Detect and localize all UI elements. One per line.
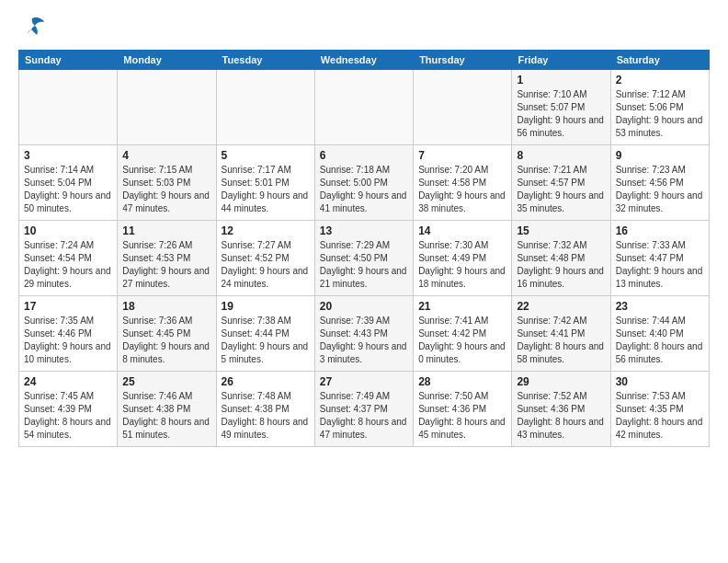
calendar-cell — [314, 70, 413, 145]
calendar-cell: 27Sunrise: 7:49 AM Sunset: 4:37 PM Dayli… — [314, 372, 413, 447]
calendar-cell: 2Sunrise: 7:12 AM Sunset: 5:06 PM Daylig… — [610, 70, 709, 145]
week-row-4: 17Sunrise: 7:35 AM Sunset: 4:46 PM Dayli… — [19, 296, 710, 372]
day-number: 24 — [24, 375, 112, 388]
day-number: 1 — [517, 74, 605, 86]
calendar-cell: 7Sunrise: 7:20 AM Sunset: 4:58 PM Daylig… — [414, 145, 512, 221]
calendar-cell: 8Sunrise: 7:21 AM Sunset: 4:57 PM Daylig… — [512, 145, 610, 221]
calendar-header-row: SundayMondayTuesdayWednesdayThursdayFrid… — [19, 51, 710, 70]
calendar-cell: 23Sunrise: 7:44 AM Sunset: 4:40 PM Dayli… — [610, 296, 709, 372]
calendar: SundayMondayTuesdayWednesdayThursdayFrid… — [18, 50, 710, 447]
day-info: Sunrise: 7:41 AM Sunset: 4:42 PM Dayligh… — [418, 315, 506, 366]
calendar-cell: 16Sunrise: 7:33 AM Sunset: 4:47 PM Dayli… — [610, 221, 709, 296]
day-info: Sunrise: 7:14 AM Sunset: 5:04 PM Dayligh… — [24, 164, 112, 215]
day-info: Sunrise: 7:44 AM Sunset: 4:40 PM Dayligh… — [616, 315, 704, 366]
calendar-cell: 25Sunrise: 7:46 AM Sunset: 4:38 PM Dayli… — [118, 372, 216, 447]
day-info: Sunrise: 7:53 AM Sunset: 4:35 PM Dayligh… — [616, 390, 704, 442]
day-number: 8 — [517, 149, 605, 162]
calendar-cell: 14Sunrise: 7:30 AM Sunset: 4:49 PM Dayli… — [414, 221, 512, 296]
day-number: 7 — [418, 149, 506, 162]
day-info: Sunrise: 7:21 AM Sunset: 4:57 PM Dayligh… — [517, 164, 605, 215]
calendar-cell — [216, 70, 314, 145]
calendar-cell: 22Sunrise: 7:42 AM Sunset: 4:41 PM Dayli… — [512, 296, 610, 372]
day-number: 19 — [222, 300, 310, 313]
week-row-5: 24Sunrise: 7:45 AM Sunset: 4:39 PM Dayli… — [19, 372, 710, 447]
day-info: Sunrise: 7:29 AM Sunset: 4:50 PM Dayligh… — [320, 239, 408, 291]
calendar-cell: 20Sunrise: 7:39 AM Sunset: 4:43 PM Dayli… — [314, 296, 413, 372]
day-info: Sunrise: 7:42 AM Sunset: 4:41 PM Dayligh… — [517, 315, 605, 366]
calendar-cell: 12Sunrise: 7:27 AM Sunset: 4:52 PM Dayli… — [216, 221, 314, 296]
calendar-header-thursday: Thursday — [414, 51, 512, 70]
calendar-cell: 13Sunrise: 7:29 AM Sunset: 4:50 PM Dayli… — [314, 221, 413, 296]
day-info: Sunrise: 7:33 AM Sunset: 4:47 PM Dayligh… — [616, 239, 704, 291]
calendar-header-sunday: Sunday — [19, 51, 118, 70]
calendar-cell: 1Sunrise: 7:10 AM Sunset: 5:07 PM Daylig… — [512, 70, 610, 145]
calendar-cell: 10Sunrise: 7:24 AM Sunset: 4:54 PM Dayli… — [19, 221, 118, 296]
day-number: 21 — [418, 300, 506, 313]
calendar-cell: 9Sunrise: 7:23 AM Sunset: 4:56 PM Daylig… — [610, 145, 709, 221]
day-info: Sunrise: 7:52 AM Sunset: 4:36 PM Dayligh… — [517, 390, 605, 442]
day-number: 3 — [24, 149, 112, 162]
calendar-cell: 28Sunrise: 7:50 AM Sunset: 4:36 PM Dayli… — [414, 372, 512, 447]
day-number: 5 — [222, 149, 310, 162]
calendar-cell: 17Sunrise: 7:35 AM Sunset: 4:46 PM Dayli… — [19, 296, 118, 372]
day-info: Sunrise: 7:26 AM Sunset: 4:53 PM Dayligh… — [122, 239, 210, 291]
day-number: 16 — [616, 224, 704, 237]
day-number: 13 — [320, 224, 408, 237]
day-number: 15 — [517, 224, 605, 237]
day-number: 18 — [122, 300, 210, 313]
calendar-cell: 26Sunrise: 7:48 AM Sunset: 4:38 PM Dayli… — [216, 372, 314, 447]
day-number: 4 — [122, 149, 210, 162]
calendar-header-monday: Monday — [118, 51, 216, 70]
day-number: 14 — [418, 224, 506, 237]
day-info: Sunrise: 7:35 AM Sunset: 4:46 PM Dayligh… — [24, 315, 112, 366]
day-info: Sunrise: 7:45 AM Sunset: 4:39 PM Dayligh… — [24, 390, 112, 442]
day-number: 28 — [418, 375, 506, 388]
day-info: Sunrise: 7:10 AM Sunset: 5:07 PM Dayligh… — [517, 88, 605, 140]
day-info: Sunrise: 7:50 AM Sunset: 4:36 PM Dayligh… — [418, 390, 506, 442]
day-info: Sunrise: 7:48 AM Sunset: 4:38 PM Dayligh… — [222, 390, 310, 442]
calendar-cell: 15Sunrise: 7:32 AM Sunset: 4:48 PM Dayli… — [512, 221, 610, 296]
day-number: 2 — [616, 74, 704, 86]
day-info: Sunrise: 7:18 AM Sunset: 5:00 PM Dayligh… — [320, 164, 408, 215]
week-row-1: 1Sunrise: 7:10 AM Sunset: 5:07 PM Daylig… — [19, 70, 710, 145]
day-number: 20 — [320, 300, 408, 313]
day-info: Sunrise: 7:32 AM Sunset: 4:48 PM Dayligh… — [517, 239, 605, 291]
day-info: Sunrise: 7:23 AM Sunset: 4:56 PM Dayligh… — [616, 164, 704, 215]
day-number: 12 — [222, 224, 310, 237]
calendar-header-friday: Friday — [512, 51, 610, 70]
calendar-header-saturday: Saturday — [610, 51, 709, 70]
header — [18, 15, 710, 40]
calendar-cell: 18Sunrise: 7:36 AM Sunset: 4:45 PM Dayli… — [118, 296, 216, 372]
day-number: 29 — [517, 375, 605, 388]
logo-icon — [18, 15, 46, 40]
week-row-3: 10Sunrise: 7:24 AM Sunset: 4:54 PM Dayli… — [19, 221, 710, 296]
calendar-cell — [414, 70, 512, 145]
calendar-cell — [118, 70, 216, 145]
day-number: 25 — [122, 375, 210, 388]
day-info: Sunrise: 7:38 AM Sunset: 4:44 PM Dayligh… — [222, 315, 310, 366]
day-number: 30 — [616, 375, 704, 388]
calendar-cell: 5Sunrise: 7:17 AM Sunset: 5:01 PM Daylig… — [216, 145, 314, 221]
calendar-header-tuesday: Tuesday — [216, 51, 314, 70]
day-info: Sunrise: 7:20 AM Sunset: 4:58 PM Dayligh… — [418, 164, 506, 215]
calendar-cell: 21Sunrise: 7:41 AM Sunset: 4:42 PM Dayli… — [414, 296, 512, 372]
calendar-cell: 30Sunrise: 7:53 AM Sunset: 4:35 PM Dayli… — [610, 372, 709, 447]
day-number: 26 — [222, 375, 310, 388]
day-number: 10 — [24, 224, 112, 237]
calendar-cell: 3Sunrise: 7:14 AM Sunset: 5:04 PM Daylig… — [19, 145, 118, 221]
calendar-cell: 19Sunrise: 7:38 AM Sunset: 4:44 PM Dayli… — [216, 296, 314, 372]
calendar-header-wednesday: Wednesday — [314, 51, 413, 70]
day-info: Sunrise: 7:27 AM Sunset: 4:52 PM Dayligh… — [222, 239, 310, 291]
day-number: 11 — [122, 224, 210, 237]
logo — [18, 15, 50, 40]
day-number: 6 — [320, 149, 408, 162]
week-row-2: 3Sunrise: 7:14 AM Sunset: 5:04 PM Daylig… — [19, 145, 710, 221]
day-info: Sunrise: 7:39 AM Sunset: 4:43 PM Dayligh… — [320, 315, 408, 366]
page: SundayMondayTuesdayWednesdayThursdayFrid… — [0, 0, 728, 563]
calendar-cell: 24Sunrise: 7:45 AM Sunset: 4:39 PM Dayli… — [19, 372, 118, 447]
day-number: 17 — [24, 300, 112, 313]
calendar-cell: 29Sunrise: 7:52 AM Sunset: 4:36 PM Dayli… — [512, 372, 610, 447]
day-number: 22 — [517, 300, 605, 313]
calendar-cell: 11Sunrise: 7:26 AM Sunset: 4:53 PM Dayli… — [118, 221, 216, 296]
day-info: Sunrise: 7:15 AM Sunset: 5:03 PM Dayligh… — [122, 164, 210, 215]
